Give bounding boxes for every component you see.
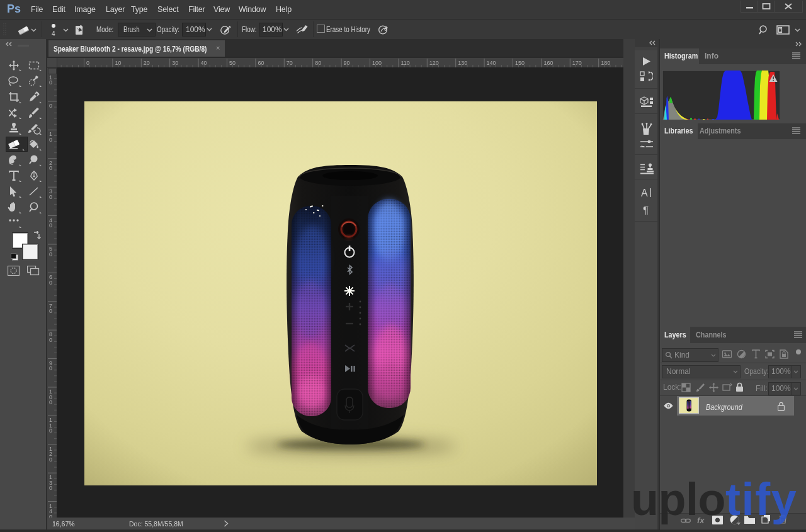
svg-text:20: 20 — [144, 60, 150, 66]
svg-text:0: 0 — [49, 399, 52, 405]
svg-text:0: 0 — [49, 103, 52, 109]
svg-text:140: 140 — [487, 60, 496, 66]
svg-text:0: 0 — [49, 194, 52, 200]
svg-text:0: 0 — [49, 308, 52, 314]
svg-text:0: 0 — [49, 456, 52, 463]
svg-text:160: 160 — [543, 60, 553, 66]
svg-text:0: 0 — [49, 365, 52, 371]
svg-text:120: 120 — [429, 60, 439, 66]
svg-text:0: 0 — [49, 427, 52, 434]
svg-text:130: 130 — [458, 60, 467, 66]
svg-text:A: A — [641, 188, 648, 198]
svg-text:40: 40 — [201, 60, 207, 66]
svg-text:0: 0 — [49, 165, 52, 171]
svg-text:0: 0 — [49, 280, 52, 286]
svg-text:0: 0 — [49, 337, 52, 343]
svg-text:110: 110 — [400, 60, 409, 66]
svg-text:0: 0 — [49, 137, 52, 143]
svg-text:10: 10 — [115, 60, 121, 66]
svg-text:30: 30 — [172, 60, 178, 66]
svg-text:170: 170 — [572, 60, 582, 66]
svg-text:50: 50 — [229, 60, 236, 66]
svg-text:0: 0 — [86, 60, 89, 66]
svg-text:80: 80 — [315, 60, 321, 66]
svg-text:70: 70 — [287, 60, 293, 66]
svg-text:0: 0 — [49, 222, 52, 229]
svg-text:90: 90 — [344, 60, 350, 66]
svg-text:150: 150 — [515, 60, 525, 66]
svg-text:0: 0 — [49, 485, 52, 491]
svg-text:180: 180 — [601, 60, 610, 66]
svg-text:60: 60 — [258, 60, 264, 66]
svg-text:0: 0 — [49, 79, 52, 86]
svg-text:100: 100 — [372, 60, 382, 66]
svg-text:0: 0 — [49, 251, 52, 258]
svg-text:¶: ¶ — [643, 205, 649, 215]
